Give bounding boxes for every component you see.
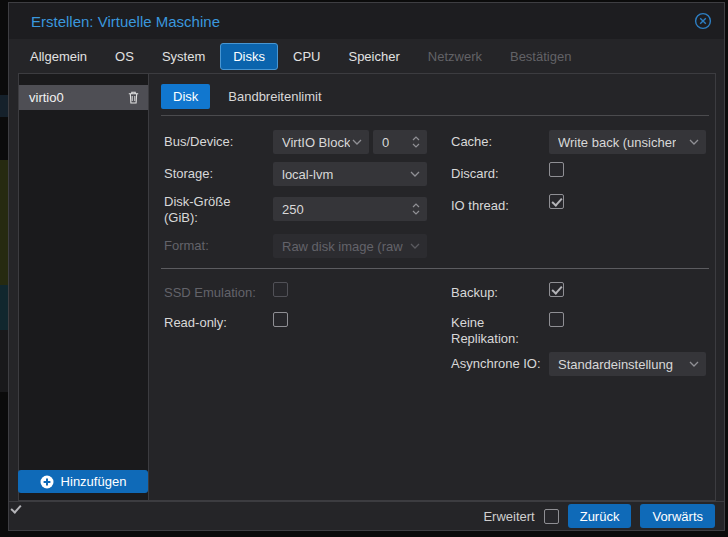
bus-index-value: 0 <box>382 135 389 150</box>
subtab-bandbreitenlimit[interactable]: Bandbreitenlimit <box>216 84 333 109</box>
dialog-footer: Erweitert Zurück Vorwärts <box>9 501 724 530</box>
tab-bestaetigen: Bestätigen <box>497 43 584 70</box>
next-button[interactable]: Vorwärts <box>640 504 715 528</box>
disks-panel: virtio0 Disk Bandbreitenlimit Bus/Device… <box>18 73 716 501</box>
async-io-value: Standardeinstellung <box>558 357 673 372</box>
spinner-arrows-icon[interactable] <box>412 136 420 148</box>
tab-allgemein[interactable]: Allgemein <box>17 43 100 70</box>
add-disk-label: Hinzufügen <box>61 474 127 489</box>
cache-value: Write back (unsicher <box>558 135 676 150</box>
plus-circle-icon <box>40 475 54 489</box>
back-button[interactable]: Zurück <box>568 504 632 528</box>
backup-checkbox[interactable] <box>549 282 564 297</box>
disk-form: Disk Bandbreitenlimit Bus/Device: VirtIO… <box>149 74 715 500</box>
backdrop-sliver <box>0 285 8 330</box>
tab-disks[interactable]: Disks <box>220 43 278 70</box>
backdrop-sliver <box>0 160 8 285</box>
bus-device-value: VirtIO Block <box>282 135 350 150</box>
trash-icon[interactable] <box>128 91 139 104</box>
disk-size-value: 250 <box>282 202 304 217</box>
chevron-down-icon <box>410 243 420 249</box>
create-vm-dialog: Erstellen: Virtuelle Maschine Allgemein … <box>8 2 725 531</box>
ssd-emulation-label: SSD Emulation: <box>164 285 270 301</box>
async-io-select[interactable]: Standardeinstellung <box>549 352 706 376</box>
subtab-disk[interactable]: Disk <box>161 84 210 109</box>
storage-value: local-lvm <box>282 167 333 182</box>
chevron-down-icon <box>352 139 362 145</box>
format-label: Format: <box>164 238 270 254</box>
backdrop-sliver <box>0 95 8 117</box>
disk-size-label: Disk-Größe (GiB): <box>164 194 264 226</box>
ssd-emulation-checkbox <box>273 282 288 297</box>
backup-label: Backup: <box>451 285 546 301</box>
bus-index-spinner[interactable]: 0 <box>373 130 427 154</box>
storage-select[interactable]: local-lvm <box>273 162 427 186</box>
bus-device-select[interactable]: VirtIO Block <box>273 130 369 154</box>
read-only-label: Read-only: <box>164 315 270 331</box>
dialog-titlebar: Erstellen: Virtuelle Maschine <box>9 3 724 39</box>
async-io-label: Asynchrone IO: <box>451 356 546 372</box>
disk-item-label: virtio0 <box>29 90 64 105</box>
no-replication-label: Keine Replikation: <box>451 315 539 347</box>
read-only-checkbox[interactable] <box>273 312 288 327</box>
advanced-label: Erweitert <box>483 509 534 524</box>
backdrop-sliver <box>0 330 8 392</box>
close-icon[interactable] <box>694 12 712 30</box>
tab-netzwerk: Netzwerk <box>415 43 495 70</box>
chevron-down-icon <box>689 139 699 145</box>
dialog-title: Erstellen: Virtuelle Maschine <box>31 13 694 30</box>
format-value: Raw disk image (raw <box>282 239 403 254</box>
bus-device-label: Bus/Device: <box>164 134 270 150</box>
io-thread-checkbox[interactable] <box>549 194 564 209</box>
advanced-checkbox[interactable] <box>544 509 559 524</box>
discard-label: Discard: <box>451 166 546 182</box>
no-replication-checkbox[interactable] <box>549 312 564 327</box>
tab-system[interactable]: System <box>149 43 218 70</box>
cache-label: Cache: <box>451 134 546 150</box>
disk-subtabs: Disk Bandbreitenlimit <box>161 74 709 116</box>
disk-list-item-virtio0[interactable]: virtio0 <box>19 85 148 110</box>
storage-label: Storage: <box>164 166 270 182</box>
format-select: Raw disk image (raw <box>273 234 427 258</box>
add-disk-button[interactable]: Hinzufügen <box>18 470 148 493</box>
chevron-down-icon <box>410 171 420 177</box>
discard-checkbox[interactable] <box>549 162 564 177</box>
tab-speicher[interactable]: Speicher <box>335 43 412 70</box>
tab-os[interactable]: OS <box>102 43 147 70</box>
cache-select[interactable]: Write back (unsicher <box>549 130 706 154</box>
wizard-tabbar: Allgemein OS System Disks CPU Speicher N… <box>9 39 724 73</box>
spinner-arrows-icon[interactable] <box>412 203 420 215</box>
form-separator <box>161 268 709 269</box>
disk-list-panel: virtio0 <box>19 74 149 500</box>
chevron-down-icon <box>689 361 699 367</box>
disk-size-spinner[interactable]: 250 <box>273 197 427 221</box>
tab-cpu[interactable]: CPU <box>280 43 333 70</box>
io-thread-label: IO thread: <box>451 198 546 214</box>
